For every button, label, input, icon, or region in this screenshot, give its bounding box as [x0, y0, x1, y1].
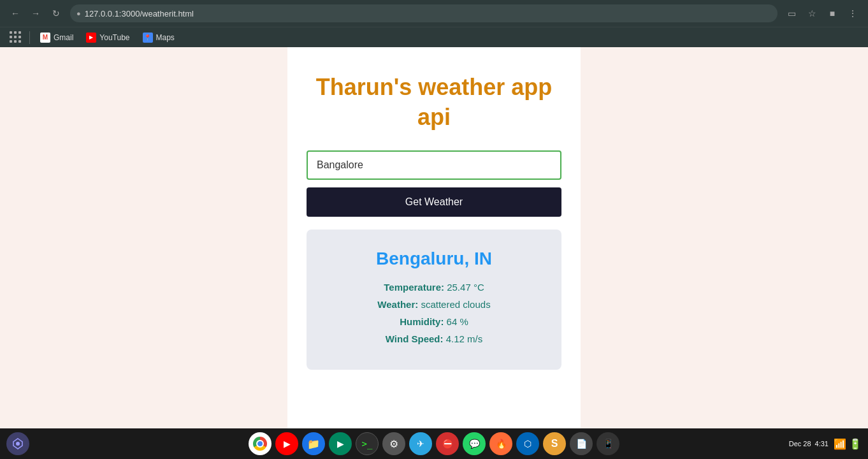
browser-toolbar: ← → ↻ ● 127.0.0.1:3000/weatherit.html ▭ … — [0, 0, 868, 27]
taskbar-youtube-icon[interactable]: ▶ — [275, 432, 298, 455]
taskbar-date-time: Dec 28 4:31 — [789, 440, 828, 448]
wifi-icon: 📶 — [834, 438, 846, 450]
notification-icons: 📶 🔋 — [834, 438, 862, 450]
bookmark-gmail-label: Gmail — [54, 33, 73, 42]
taskbar-phone-icon[interactable]: 📱 — [597, 432, 619, 455]
forward-button[interactable]: → — [27, 4, 45, 22]
bookmarks-divider — [29, 31, 30, 44]
bookmark-youtube-label: YouTube — [99, 33, 129, 42]
address-bar[interactable]: ● 127.0.0.1:3000/weatherit.html — [70, 4, 778, 22]
taskbar-right: Dec 28 4:31 📶 🔋 — [789, 438, 862, 450]
cast-button[interactable]: ▭ — [783, 4, 800, 22]
bookmark-youtube[interactable]: ▶ YouTube — [81, 31, 134, 45]
taskbar-files2-icon[interactable]: 📄 — [570, 432, 593, 455]
bookmark-maps[interactable]: 📍 Maps — [138, 31, 180, 45]
apps-grid-button[interactable] — [6, 30, 24, 45]
taskbar-vscode-icon[interactable]: ⬡ — [516, 432, 539, 455]
page-content: Tharun's weather app api Get Weather Ben… — [0, 47, 868, 428]
weather-label: Weather: — [377, 299, 418, 310]
app-title: Tharun's weather app api — [307, 73, 561, 133]
lock-icon: ● — [76, 10, 81, 17]
humidity-detail: Humidity: 64 % — [319, 316, 549, 327]
url-display: 127.0.0.1:3000/weatherit.html — [85, 9, 194, 18]
taskbar-stackshare-icon[interactable]: 🔥 — [489, 432, 512, 455]
taskbar-center: ▶ 📁 ▶ >_ ⚙ ✈ ⛔ 💬 🔥 ⬡ S 📄 📱 — [249, 432, 619, 455]
bookmark-gmail[interactable]: M Gmail — [35, 31, 78, 45]
taskbar-files-icon[interactable]: 📁 — [302, 432, 325, 455]
browser-chrome: ← → ↻ ● 127.0.0.1:3000/weatherit.html ▭ … — [0, 0, 868, 47]
bookmark-button[interactable]: ☆ — [803, 4, 821, 22]
taskbar-whatsapp-icon[interactable]: 💬 — [463, 432, 486, 455]
taskbar-time: 4:31 — [815, 440, 828, 448]
svg-point-1 — [16, 442, 20, 446]
taskbar-telegram-icon[interactable]: ✈ — [409, 432, 432, 455]
city-input[interactable] — [307, 150, 561, 180]
taskbar-chrome-icon[interactable] — [249, 432, 271, 455]
temperature-detail: Temperature: 25.47 °C — [319, 282, 549, 293]
temperature-value: 25.47 °C — [447, 282, 484, 293]
humidity-value: 64 % — [447, 316, 468, 327]
temperature-label: Temperature: — [384, 282, 444, 293]
bookmarks-bar: M Gmail ▶ YouTube 📍 Maps — [0, 27, 868, 47]
weather-value: scattered clouds — [421, 299, 490, 310]
bookmark-maps-label: Maps — [156, 33, 175, 42]
wind-value: 4.12 m/s — [446, 333, 483, 344]
taskbar-terminal-icon[interactable]: >_ — [356, 432, 379, 455]
wind-label: Wind Speed: — [386, 333, 444, 344]
humidity-label: Humidity: — [400, 316, 444, 327]
reload-button[interactable]: ↻ — [47, 4, 65, 22]
menu-button[interactable]: ⋮ — [844, 4, 862, 22]
taskbar-left — [6, 432, 29, 455]
maps-favicon: 📍 — [143, 33, 153, 43]
taskbar-s-icon[interactable]: S — [543, 432, 566, 455]
nav-buttons: ← → ↻ — [6, 4, 65, 22]
app-card: Tharun's weather app api Get Weather Ben… — [287, 47, 581, 428]
extensions-button[interactable]: ■ — [823, 4, 841, 22]
gmail-favicon: M — [40, 33, 50, 43]
browser-actions: ▭ ☆ ■ ⋮ — [783, 4, 862, 22]
taskbar-play-icon[interactable]: ▶ — [329, 432, 352, 455]
result-city: Bengaluru, IN — [319, 249, 549, 269]
taskbar-settings-icon[interactable]: ⚙ — [382, 432, 405, 455]
taskbar-assistant-icon[interactable] — [6, 432, 29, 455]
taskbar: ▶ 📁 ▶ >_ ⚙ ✈ ⛔ 💬 🔥 ⬡ S 📄 📱 Dec 28 4:31 📶… — [0, 428, 868, 459]
weather-description-detail: Weather: scattered clouds — [319, 299, 549, 310]
wind-speed-detail: Wind Speed: 4.12 m/s — [319, 333, 549, 344]
back-button[interactable]: ← — [6, 4, 24, 22]
taskbar-date: Dec 28 — [789, 440, 811, 448]
weather-result: Bengaluru, IN Temperature: 25.47 °C Weat… — [307, 229, 561, 370]
taskbar-stop-icon[interactable]: ⛔ — [436, 432, 459, 455]
get-weather-button[interactable]: Get Weather — [307, 187, 561, 217]
youtube-favicon: ▶ — [86, 33, 96, 43]
battery-icon: 🔋 — [849, 438, 862, 450]
